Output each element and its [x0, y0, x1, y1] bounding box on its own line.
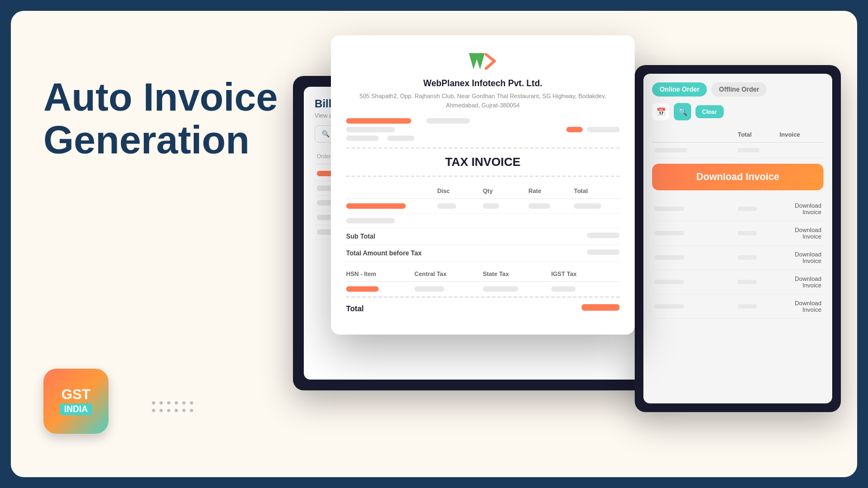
subtotal-label: Sub Total: [346, 233, 375, 240]
central-tax-header: Central Tax: [414, 271, 483, 277]
tab-offline-order[interactable]: Offline Order: [711, 82, 767, 97]
order-row-featured: [652, 143, 824, 158]
company-logo-svg: [467, 50, 499, 72]
placeholder-bar: [437, 203, 456, 209]
tax-header: HSN - Item Central Tax State Tax IGST Ta…: [346, 266, 620, 282]
placeholder-bar: [587, 127, 620, 132]
gst-badge: GST INDIA: [43, 369, 108, 434]
search-icon[interactable]: 🔍: [674, 103, 691, 120]
order-row: Download Invoice: [652, 197, 824, 221]
placeholder-bar: [587, 249, 620, 255]
placeholder-bar: [738, 207, 757, 211]
subtotal-row: Sub Total: [346, 228, 620, 245]
total-amount-placeholder: [582, 304, 620, 311]
disc-header: Disc: [437, 188, 483, 194]
placeholder-bar: [654, 304, 684, 309]
order-row: Download Invoice: [652, 246, 824, 270]
dot: [159, 409, 163, 412]
tax-row: [346, 282, 620, 297]
placeholder-bar: [654, 148, 687, 152]
igst-tax-header: IGST Tax: [551, 271, 620, 277]
download-invoice-button-large[interactable]: Download Invoice: [652, 164, 824, 190]
featured-download-container: Download Invoice: [652, 162, 824, 192]
total-col-header: Total: [738, 131, 780, 138]
info-right: [566, 127, 620, 132]
dot: [190, 401, 193, 404]
placeholder-bar: [654, 280, 684, 284]
order-tabs: Online Order Offline Order: [652, 82, 824, 97]
gst-india-text: INDIA: [60, 403, 92, 415]
download-invoice-button-1[interactable]: Download Invoice: [780, 202, 821, 215]
invoice-modal: WebPlanex Infotech Pvt. Ltd. 505 Shapath…: [331, 35, 635, 335]
placeholder-bar: [654, 207, 684, 211]
company-address: 505 Shapath2, Opp. Rajhansh Club, Near G…: [346, 92, 620, 110]
orders-table-header: Total Invoice: [652, 127, 824, 143]
dot: [175, 401, 178, 404]
dot: [190, 409, 193, 412]
placeholder-bar: [551, 286, 576, 292]
download-invoice-button-4[interactable]: Download Invoice: [780, 275, 821, 288]
qty-header: Qty: [483, 188, 528, 194]
filter-row: 📅 🔍 Clear: [652, 103, 824, 120]
gst-text: GST: [61, 387, 90, 401]
placeholder-bar: [346, 218, 395, 223]
placeholder-bar: [346, 127, 395, 132]
invoice-table-header: Disc Qty Rate Total: [346, 183, 620, 199]
order-row: Download Invoice: [652, 221, 824, 246]
info-row-3: [346, 136, 620, 141]
total-header: Total: [574, 188, 620, 194]
orders-screen: Online Order Offline Order 📅 🔍 Clear Tot…: [643, 74, 832, 403]
total-row: Total: [346, 297, 620, 319]
tablet-right: Online Order Offline Order 📅 🔍 Clear Tot…: [635, 65, 841, 412]
dot: [152, 409, 155, 412]
company-name: WebPlanex Infotech Pvt. Ltd.: [346, 79, 620, 88]
invoice-table-row: [346, 199, 620, 214]
dot: [159, 401, 163, 404]
dot: [167, 409, 170, 412]
download-invoice-button-3[interactable]: Download Invoice: [780, 251, 821, 264]
download-invoice-button-2[interactable]: Download Invoice: [780, 227, 821, 240]
tab-online-order[interactable]: Online Order: [652, 82, 707, 97]
tax-invoice-title: TAX INVOICE: [346, 147, 620, 177]
total-before-tax-row: Total Amount before Tax: [346, 245, 620, 262]
hsn-item-header: HSN - Item: [346, 271, 414, 277]
placeholder-bar: [738, 255, 757, 260]
clear-button[interactable]: Clear: [695, 105, 724, 118]
invoice-logo: [346, 50, 620, 72]
dot: [182, 409, 186, 412]
placeholder-bar: [587, 233, 620, 238]
calendar-icon[interactable]: 📅: [652, 103, 669, 120]
placeholder-bar: [738, 231, 757, 235]
placeholder-bar: [346, 118, 411, 124]
dots-decoration: [152, 401, 193, 412]
download-invoice-button-5[interactable]: Download Invoice: [780, 300, 821, 313]
order-row: Download Invoice: [652, 294, 824, 319]
info-row-1: [346, 118, 620, 124]
main-container: Auto Invoice Generation GST INDIA Billin…: [11, 11, 857, 477]
placeholder-bar: [738, 148, 760, 152]
state-tax-header: State Tax: [483, 271, 551, 277]
total-label: Total: [346, 304, 363, 313]
placeholder-bar: [654, 255, 684, 260]
invoice-table-row-2: [346, 214, 620, 228]
placeholder-bar: [346, 286, 379, 292]
dot: [152, 401, 155, 404]
placeholder-bar: [387, 136, 414, 141]
placeholder-bar: [654, 231, 684, 235]
left-section: Auto Invoice Generation: [43, 76, 304, 183]
placeholder-bar: [566, 127, 583, 132]
rate-header: Rate: [528, 188, 574, 194]
info-row-2: [346, 127, 620, 132]
placeholder-bar: [483, 203, 499, 209]
search-icon: 🔍: [322, 130, 330, 138]
dot: [175, 409, 178, 412]
dot: [182, 401, 186, 404]
placeholder-bar: [346, 136, 379, 141]
placeholder-bar: [738, 280, 757, 284]
placeholder-bar: [528, 203, 550, 209]
placeholder-bar: [346, 203, 406, 209]
total-before-tax-label: Total Amount before Tax: [346, 249, 422, 257]
invoice-col-header: Invoice: [780, 131, 821, 138]
placeholder-bar: [414, 286, 444, 292]
dot: [167, 401, 170, 404]
